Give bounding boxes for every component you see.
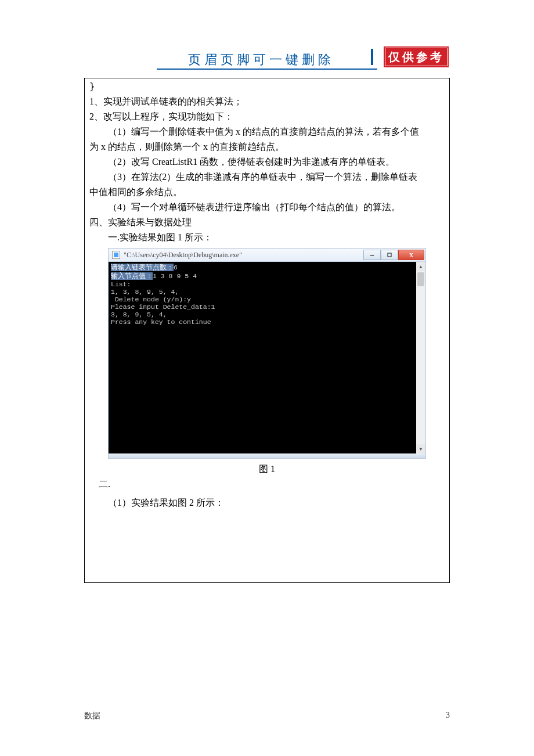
scroll-down-icon[interactable]: ▼	[416, 444, 425, 453]
scroll-thumb[interactable]	[417, 272, 424, 286]
scrollbar[interactable]: ▲ ▼	[416, 262, 425, 453]
svg-rect-1	[388, 253, 391, 257]
figure1-caption: 图 1	[89, 462, 445, 476]
text-line: （1）编写一个删除链表中值为 x 的结点的直接前趋结点的算法，若有多个值	[89, 125, 445, 139]
header-underline	[157, 69, 377, 70]
figure2-note: （1）实验结果如图 2 所示：	[89, 496, 445, 510]
window-controls: X	[363, 250, 425, 260]
console-line: Please input Delete_data:1	[111, 303, 215, 311]
text-line: （4）写一个对单循环链表进行逆序输出（打印每个结点的值）的算法。	[89, 200, 445, 214]
console-line: Delete node (y/n):y	[111, 296, 191, 303]
reference-only-stamp: 仅供参考	[384, 46, 449, 67]
console-line: 1, 3, 8, 9, 5, 4,	[111, 288, 179, 296]
section-heading-4: 四、实验结果与数据处理	[89, 215, 445, 229]
window-bottom-border	[109, 453, 425, 458]
code-close-brace: }	[89, 80, 445, 93]
figure1-note: 一.实验结果如图 1 所示：	[89, 231, 445, 244]
console-line: 输入节点值：	[111, 272, 153, 280]
console-line: List:	[111, 280, 131, 288]
window-title: "C:\Users\cy04\Desktop\Debug\main.exe"	[124, 251, 242, 260]
figure1-console-screenshot: "C:\Users\cy04\Desktop\Debug\main.exe" X…	[108, 248, 426, 459]
text-line: 1、实现并调试单链表的的相关算法；	[89, 95, 445, 109]
console-output: 请输入链表节点数：6 输入节点值：1 3 8 9 5 4 List: 1, 3,…	[109, 262, 425, 453]
text-line: 为 x 的结点，则删除第一个 x 的直接前趋结点。	[89, 140, 445, 154]
maximize-button[interactable]	[381, 250, 398, 260]
header-title: 页眉页脚可一键删除	[188, 51, 346, 69]
text-line: （2）改写 CreatListR1 函数，使得链表创建时为非递减有序的单链表。	[89, 155, 445, 169]
page-header: 页眉页脚可一键删除	[0, 0, 534, 78]
console-window: "C:\Users\cy04\Desktop\Debug\main.exe" X…	[108, 248, 426, 459]
console-line: 请输入链表节点数：	[111, 264, 174, 271]
footer-page-number: 3	[446, 711, 450, 721]
console-line: Press any key to continue	[111, 318, 211, 326]
titlebar: "C:\Users\cy04\Desktop\Debug\main.exe" X	[109, 249, 425, 262]
text-line: 中值相同的多余结点。	[89, 185, 445, 199]
app-icon	[112, 251, 120, 259]
minimize-button[interactable]	[363, 250, 381, 260]
close-button[interactable]: X	[398, 250, 424, 260]
scroll-up-icon[interactable]: ▲	[416, 262, 425, 271]
footer-left: 数据	[84, 711, 100, 721]
page-footer: 数据 3	[84, 711, 450, 721]
section-two-label: 二.	[89, 477, 445, 491]
content-frame: } 1、实现并调试单链表的的相关算法； 2、改写以上程序，实现功能如下： （1）…	[84, 78, 450, 583]
console-line: 3, 8, 9, 5, 4,	[111, 311, 167, 318]
text-line: 2、改写以上程序，实现功能如下：	[89, 110, 445, 124]
text-line: （3）在算法(2）生成的非递减有序的单链表中，编写一个算法，删除单链表	[89, 170, 445, 184]
